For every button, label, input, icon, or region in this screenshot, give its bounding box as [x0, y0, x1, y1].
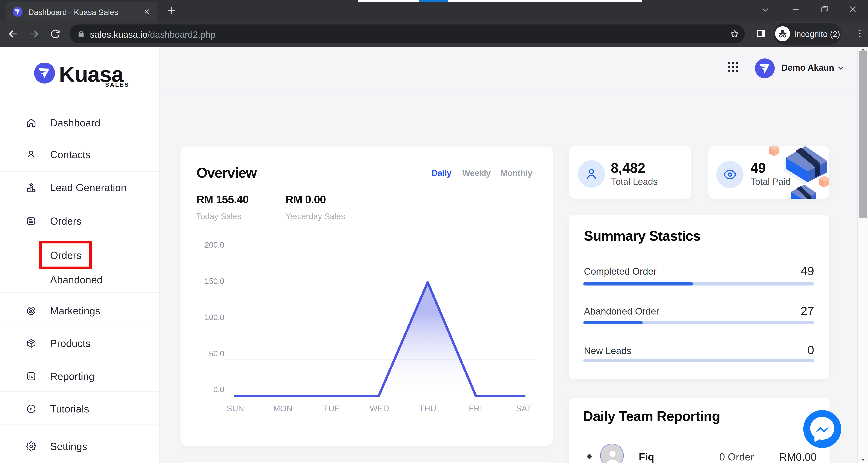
svg-text:0.0: 0.0 [213, 385, 224, 394]
svg-text:200.0: 200.0 [205, 240, 224, 249]
svg-text:50.0: 50.0 [209, 349, 224, 358]
svg-text:150.0: 150.0 [205, 277, 224, 286]
svg-text:100.0: 100.0 [205, 313, 224, 322]
